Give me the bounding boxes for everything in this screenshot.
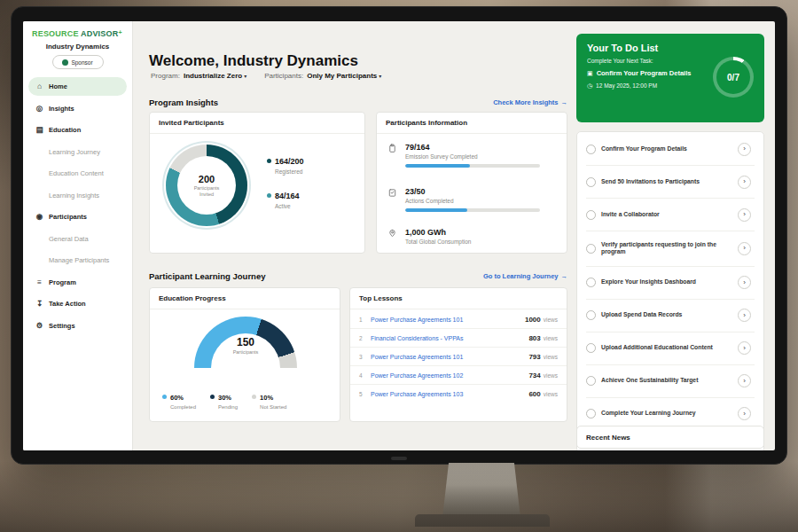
todo-item-label: Upload Spend Data Records (601, 311, 732, 319)
lesson-title-link[interactable]: Financial Considerations - VPPAs (371, 335, 528, 341)
todo-item[interactable]: Explore Your Insights Dashboard › (586, 267, 755, 300)
emission-survey-row: 79/164 Emission Survey Completed (387, 143, 556, 168)
chevron-right-icon[interactable]: › (738, 407, 751, 420)
checkbox-circle-icon[interactable] (586, 210, 596, 220)
participants-information-card: Participants Information 79/164 Emission… (376, 112, 567, 254)
todo-item-label: Complete Your Learning Journey (601, 410, 732, 418)
chevron-right-icon[interactable]: › (738, 176, 751, 189)
legend-label: Registered (275, 168, 304, 175)
sidebar-item[interactable]: Learning Insights (28, 186, 127, 205)
gauge-center: 150 Participants (194, 336, 297, 355)
sidebar-item-label: Education Content (49, 169, 104, 177)
legend-entry: 10% Not Started (252, 387, 286, 410)
education-progress-card: Education Progress 150 Participants 60% … (149, 287, 340, 422)
lesson-views-value: 734 (528, 372, 540, 379)
sidebar-item[interactable]: Education Content (28, 164, 127, 183)
todo-item[interactable]: Send 50 Invitations to Participants › (586, 166, 755, 199)
todo-item-label: Verify participants requesting to join t… (601, 241, 732, 257)
checkbox-circle-icon[interactable] (586, 278, 596, 287)
chevron-right-icon[interactable]: › (738, 309, 751, 322)
lesson-views-label: views (544, 317, 558, 323)
legend-label: Not Started (260, 404, 286, 410)
todo-item[interactable]: Verify participants requesting to join t… (586, 231, 755, 267)
sidebar-item[interactable]: ⚙ Settings (28, 317, 127, 335)
go-to-learning-journey-link[interactable]: Go to Learning Journey→ (483, 272, 567, 280)
recent-news-card[interactable]: Recent News (576, 426, 764, 449)
todo-subtitle: Complete Your Next Task: (587, 58, 707, 64)
education-progress-value: 150 (194, 336, 297, 348)
legend-dot-icon (267, 193, 271, 198)
todo-item[interactable]: Upload Spend Data Records › (586, 300, 755, 332)
global-consumption-row: 1,000 GWh Total Global Consumption (387, 228, 556, 245)
top-lessons-list: 1 Power Purchase Agreements 101 1000 vie… (350, 310, 567, 403)
sidebar-item[interactable]: ↧ Take Action (28, 294, 127, 313)
participants-filter[interactable]: Participants:Only My Participants▾ (264, 72, 381, 80)
education-progress-gauge-wrap: 150 Participants (194, 317, 297, 368)
legend-label: Completed (170, 404, 196, 410)
sidebar-item[interactable]: ◉ Participants (28, 207, 127, 226)
lesson-rank: 5 (359, 391, 368, 397)
legend-value: 164/200 (275, 157, 304, 166)
todo-time-row: ◷ 12 May 2025, 12:00 PM (587, 82, 709, 89)
todo-item[interactable]: Confirm Your Program Details › (586, 133, 755, 166)
lesson-views-label: views (544, 391, 558, 397)
checkbox-circle-icon[interactable] (586, 177, 596, 187)
program-filter-value[interactable]: Industrialize Zero (184, 72, 242, 80)
sidebar-item[interactable]: ≡ Program (28, 273, 127, 292)
participants-filter-label: Participants: (264, 72, 303, 80)
filters-row: Program:Industrialize Zero▾ Participants… (151, 72, 381, 80)
lesson-title-link[interactable]: Power Purchase Agreements 101 (371, 317, 525, 323)
emission-survey-progress-fill (405, 164, 470, 168)
lesson-title-link[interactable]: Power Purchase Agreements 103 (371, 391, 528, 397)
todo-progress-ring: 0/7 (713, 57, 754, 98)
todo-item[interactable]: Upload Additional Educational Content › (586, 332, 755, 365)
sidebar-item-label: Manage Participants (49, 256, 109, 264)
lesson-title-link[interactable]: Power Purchase Agreements 102 (371, 372, 528, 379)
chevron-right-icon[interactable]: › (738, 242, 751, 255)
sponsor-badge-icon (62, 59, 68, 66)
sidebar-item[interactable]: ▤ Education (28, 121, 127, 139)
chevron-right-icon[interactable]: › (738, 341, 751, 355)
checkbox-circle-icon[interactable] (586, 310, 596, 320)
monitor-frame: RESOURCE ADVISOR+ Industry Dynamics Spon… (11, 6, 787, 465)
org-name: Industry Dynamics (23, 43, 132, 51)
sidebar-item[interactable]: ◎ Insights (28, 99, 127, 118)
emission-survey-progressbar (405, 164, 540, 168)
legend-dot-icon (210, 395, 215, 399)
chevron-down-icon: ▾ (244, 74, 246, 79)
actions-completed-value: 23/50 (405, 187, 556, 196)
chevron-right-icon[interactable]: › (738, 143, 751, 156)
home-icon: ⌂ (35, 82, 43, 90)
lesson-views-label: views (544, 335, 558, 341)
program-insights-title: Program Insights (149, 98, 218, 107)
emission-survey-value: 79/164 (405, 143, 556, 152)
learning-journey-title: Participant Learning Journey (149, 271, 265, 281)
todo-item[interactable]: Achieve One Sustainability Target › (586, 365, 755, 398)
lesson-title-link[interactable]: Power Purchase Agreements 101 (371, 354, 528, 360)
sidebar-item[interactable]: Learning Journey (28, 143, 127, 161)
invited-total-label: Participants Invited (187, 185, 226, 197)
checkbox-circle-icon[interactable] (586, 343, 596, 353)
todo-item[interactable]: Invite a Collaborator › (586, 199, 755, 231)
program-filter-label: Program: (151, 72, 180, 80)
checkbox-circle-icon[interactable] (586, 145, 596, 154)
checkbox-circle-icon[interactable] (586, 409, 596, 419)
check-more-insights-link[interactable]: Check More Insights→ (493, 98, 567, 106)
sidebar-item[interactable]: General Data (28, 230, 127, 248)
chevron-right-icon[interactable]: › (738, 374, 751, 387)
chevron-right-icon[interactable]: › (738, 276, 751, 289)
todo-next-task-row[interactable]: ▣ Confirm Your Program Details (587, 69, 709, 77)
invited-participants-card-title: Invited Participants (150, 113, 364, 134)
checkbox-circle-icon[interactable] (586, 244, 596, 254)
legend-value: 30% (218, 394, 231, 402)
lesson-row: 1 Power Purchase Agreements 101 1000 vie… (350, 310, 567, 329)
page-title: Welcome, Industry Dynamics (149, 52, 358, 70)
sidebar-item[interactable]: ⌂ Home (28, 77, 127, 96)
pin-icon (387, 229, 397, 239)
chevron-right-icon[interactable]: › (738, 208, 751, 222)
participants-filter-value[interactable]: Only My Participants (307, 72, 377, 80)
checkbox-circle-icon[interactable] (586, 376, 596, 386)
sidebar-item[interactable]: Manage Participants (28, 251, 127, 270)
clock-icon: ◷ (587, 82, 592, 89)
program-filter[interactable]: Program:Industrialize Zero▾ (151, 72, 246, 80)
